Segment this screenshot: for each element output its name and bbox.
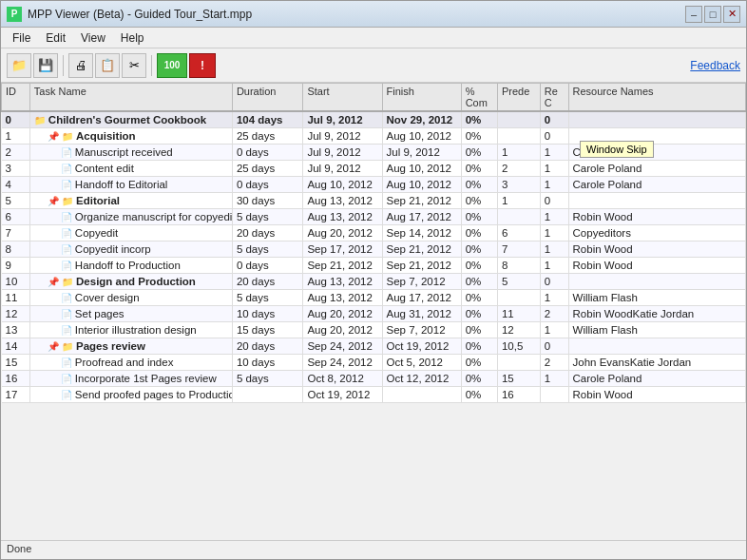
cell-res-count: 1 bbox=[540, 290, 568, 306]
alert-btn[interactable]: ! bbox=[189, 53, 216, 78]
cell-pred bbox=[497, 111, 540, 128]
menu-view[interactable]: View bbox=[73, 29, 113, 47]
cell-res-count: 0 bbox=[540, 274, 568, 290]
cell-pred: 1 bbox=[497, 193, 540, 209]
cut-btn[interactable]: ✂ bbox=[122, 53, 146, 78]
table-row: 15📄Proofread and index10 daysSep 24, 201… bbox=[2, 355, 746, 371]
cell-pred: 5 bbox=[497, 274, 540, 290]
task-icon: 📄 bbox=[61, 325, 72, 336]
cell-finish: Aug 31, 2012 bbox=[382, 306, 461, 322]
table-row: 14📌 📁Pages review20 daysSep 24, 2012Oct … bbox=[2, 338, 746, 355]
cell-pct: 0% bbox=[461, 177, 497, 193]
cell-start: Aug 13, 2012 bbox=[303, 290, 382, 306]
cell-res-count: 1 bbox=[540, 209, 568, 225]
cell-res-count: 1 bbox=[540, 177, 568, 193]
app-icon: P bbox=[7, 7, 22, 22]
cell-resource: Robin Wood bbox=[568, 209, 745, 225]
open-folder-btn[interactable]: 📁 bbox=[7, 53, 31, 78]
cell-pct: 0% bbox=[461, 128, 497, 145]
cell-finish: Sep 21, 2012 bbox=[382, 258, 461, 274]
cell-start: Aug 13, 2012 bbox=[303, 274, 382, 290]
cell-task-name: 📄Incorporate 1st Pages review bbox=[29, 371, 232, 387]
cell-duration: 0 days bbox=[232, 258, 303, 274]
cell-resource bbox=[568, 128, 745, 145]
pin-icon: 📌 bbox=[48, 131, 59, 142]
print-btn[interactable]: 🖨 bbox=[68, 53, 93, 78]
menu-help[interactable]: Help bbox=[113, 29, 152, 47]
cell-duration: 10 days bbox=[232, 306, 303, 322]
cell-resource: Carole Poland bbox=[568, 145, 745, 161]
minimize-button[interactable]: – bbox=[685, 6, 702, 23]
cell-task-name: 📄Manuscript received bbox=[29, 145, 232, 161]
save-btn[interactable]: 💾 bbox=[33, 53, 58, 78]
cell-duration: 5 days bbox=[232, 241, 303, 258]
task-icon: 📄 bbox=[61, 180, 72, 190]
cell-pct: 0% bbox=[461, 306, 497, 322]
cell-pct: 0% bbox=[461, 161, 497, 177]
table-row: 4📄Handoff to Editorial0 daysAug 10, 2012… bbox=[2, 177, 746, 193]
cell-start: Aug 20, 2012 bbox=[303, 225, 382, 241]
cell-pct: 0% bbox=[461, 355, 497, 371]
cell-res-count: 0 bbox=[540, 111, 568, 128]
menu-edit[interactable]: Edit bbox=[38, 29, 73, 47]
cell-pred bbox=[497, 128, 540, 145]
cell-finish: Oct 12, 2012 bbox=[382, 371, 461, 387]
cell-task-name: 📄Cover design bbox=[29, 290, 232, 306]
cell-res-count bbox=[540, 387, 568, 403]
cell-pct: 0% bbox=[461, 241, 497, 258]
cell-finish bbox=[382, 387, 461, 403]
cell-res-count: 1 bbox=[540, 241, 568, 258]
window-title: MPP Viewer (Beta) - Guided Tour_Start.mp… bbox=[28, 8, 685, 21]
cell-duration: 10 days bbox=[232, 355, 303, 371]
feedback-button[interactable]: Feedback bbox=[690, 59, 740, 72]
cell-id: 5 bbox=[2, 193, 30, 209]
col-header-finish: Finish bbox=[382, 84, 461, 112]
cell-start: Oct 8, 2012 bbox=[303, 371, 382, 387]
cell-id: 12 bbox=[2, 306, 30, 322]
cell-res-count: 1 bbox=[540, 225, 568, 241]
maximize-button[interactable]: □ bbox=[704, 6, 721, 23]
cell-duration: 0 days bbox=[232, 177, 303, 193]
cell-start: Aug 20, 2012 bbox=[303, 306, 382, 322]
cell-finish: Aug 17, 2012 bbox=[382, 209, 461, 225]
table-row: 10📌 📁Design and Production20 daysAug 13,… bbox=[2, 274, 746, 290]
cell-task-name: 📄Copyedit incorp bbox=[29, 241, 232, 258]
cell-pct: 0% bbox=[461, 258, 497, 274]
close-button[interactable]: ✕ bbox=[723, 6, 740, 23]
status-bar: Done bbox=[1, 540, 746, 559]
cell-pct: 0% bbox=[461, 111, 497, 128]
col-header-task: Task Name bbox=[29, 84, 232, 112]
cell-pred: 6 bbox=[497, 225, 540, 241]
cell-res-count: 0 bbox=[540, 128, 568, 145]
cell-duration: 5 days bbox=[232, 371, 303, 387]
cell-start: Sep 17, 2012 bbox=[303, 241, 382, 258]
table-row: 6📄Organize manuscript for copyedit5 days… bbox=[2, 209, 746, 225]
copy-btn[interactable]: 📋 bbox=[95, 53, 120, 78]
cell-task-name: 📌 📁Pages review bbox=[29, 338, 232, 355]
cell-pct: 0% bbox=[461, 371, 497, 387]
task-icon: 📄 bbox=[61, 390, 72, 400]
table-scroll[interactable]: ID Task Name Duration Start Finish %Com … bbox=[1, 83, 746, 540]
cell-start: Jul 9, 2012 bbox=[303, 161, 382, 177]
cell-id: 4 bbox=[2, 177, 30, 193]
cell-resource: Robin Wood bbox=[568, 258, 745, 274]
cell-duration: 5 days bbox=[232, 209, 303, 225]
zoom-100-btn[interactable]: 100 bbox=[157, 53, 187, 78]
cell-duration: 104 days bbox=[232, 111, 303, 128]
cell-task-name: 📄Send proofed pages to Production bbox=[29, 387, 232, 403]
task-icon: 📄 bbox=[61, 309, 72, 319]
table-header-row: ID Task Name Duration Start Finish %Com … bbox=[2, 84, 746, 112]
cell-pred bbox=[497, 290, 540, 306]
menu-file[interactable]: File bbox=[5, 29, 38, 47]
cell-duration bbox=[232, 387, 303, 403]
cell-pred: 3 bbox=[497, 177, 540, 193]
cell-id: 10 bbox=[2, 274, 30, 290]
content-area: ID Task Name Duration Start Finish %Com … bbox=[1, 83, 746, 540]
cell-pct: 0% bbox=[461, 274, 497, 290]
table-row: 9📄Handoff to Production0 daysSep 21, 201… bbox=[2, 258, 746, 274]
cell-finish: Aug 10, 2012 bbox=[382, 128, 461, 145]
cell-start: Jul 9, 2012 bbox=[303, 111, 382, 128]
cell-start: Jul 9, 2012 bbox=[303, 128, 382, 145]
cell-finish: Sep 21, 2012 bbox=[382, 241, 461, 258]
status-label: Done bbox=[7, 543, 31, 554]
